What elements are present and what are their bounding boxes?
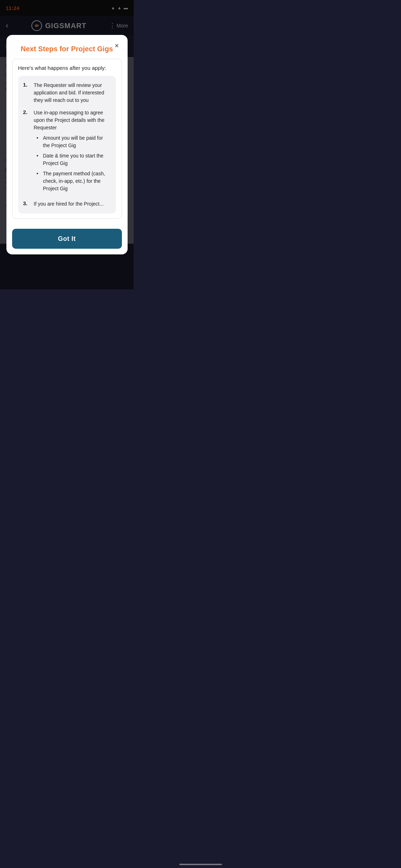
step-3-number: 3. [23, 200, 30, 208]
bullet-text-1: Amount you will be paid for the Project … [43, 134, 111, 149]
step-2: 2. Use in-app messaging to agree upon th… [23, 109, 111, 195]
bullet-dot-3: • [37, 170, 41, 177]
intro-box: Here's what happens after you apply: 1. … [12, 59, 122, 219]
step-1-number: 1. [23, 82, 30, 104]
bullet-text-3: The payment method (cash, check, in-app,… [43, 170, 111, 192]
bullet-text-2: Date & time you to start the Project Gig [43, 152, 111, 167]
modal: × Next Steps for Project Gigs Here's wha… [6, 35, 128, 254]
modal-body: Here's what happens after you apply: 1. … [6, 59, 128, 223]
step-2-number: 2. [23, 109, 30, 195]
steps-box: 1. The Requester will review your applic… [18, 76, 116, 213]
bullet-dot-1: • [37, 134, 41, 142]
modal-header: × Next Steps for Project Gigs [6, 35, 128, 59]
step-2-text: Use in-app messaging to agree upon the P… [34, 110, 104, 130]
step-1: 1. The Requester will review your applic… [23, 82, 111, 104]
modal-footer: Got It [6, 223, 128, 254]
step-3-text: If you are hired for the Project... [34, 200, 104, 208]
sub-bullet-1: • Amount you will be paid for the Projec… [37, 134, 111, 149]
sub-bullet-2: • Date & time you to start the Project G… [37, 152, 111, 167]
bullet-dot-2: • [37, 152, 41, 160]
close-icon: × [115, 42, 119, 50]
modal-title: Next Steps for Project Gigs [14, 45, 120, 53]
modal-overlay: × Next Steps for Project Gigs Here's wha… [0, 0, 134, 289]
step-2-subbullets: • Amount you will be paid for the Projec… [34, 134, 111, 192]
got-it-button[interactable]: Got It [12, 229, 122, 249]
close-button[interactable]: × [112, 41, 122, 51]
sub-bullet-3: • The payment method (cash, check, in-ap… [37, 170, 111, 192]
intro-text: Here's what happens after you apply: [18, 64, 116, 72]
step-1-text: The Requester will review your applicati… [34, 82, 111, 104]
step-3-preview: 3. If you are hired for the Project... [23, 200, 111, 208]
